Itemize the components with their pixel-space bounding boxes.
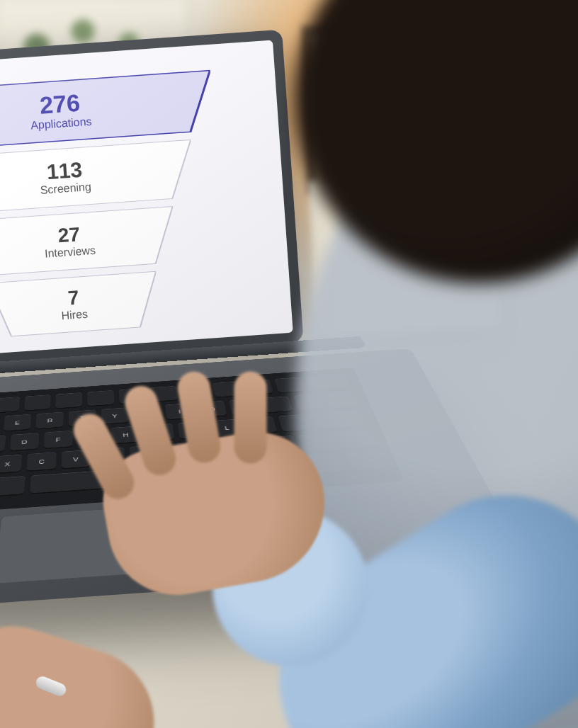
funnel-stage-hires[interactable]: 7 Hires (0, 271, 160, 338)
funnel-stage-value: 276 (39, 91, 81, 119)
funnel-stage-label: Hires (61, 307, 89, 322)
funnel-stage-label: Interviews (44, 244, 96, 260)
photo-scene: 276 Applications 113 Screening (0, 0, 578, 728)
funnel-stage-value: 7 (67, 288, 80, 309)
hiring-funnel-chart: 276 Applications 113 Screening (0, 70, 227, 343)
laptop-lid: 276 Applications 113 Screening (0, 30, 304, 374)
funnel-stage-label: Applications (30, 115, 92, 132)
laptop-screen: 276 Applications 113 Screening (0, 40, 293, 363)
funnel-stage-screening[interactable]: 113 Screening (0, 140, 195, 215)
funnel-stage-value: 113 (46, 159, 83, 183)
funnel-stage-value: 27 (57, 224, 81, 246)
funnel-stage-label: Screening (40, 181, 91, 197)
funnel-stage-interviews[interactable]: 27 Interviews (0, 206, 176, 278)
